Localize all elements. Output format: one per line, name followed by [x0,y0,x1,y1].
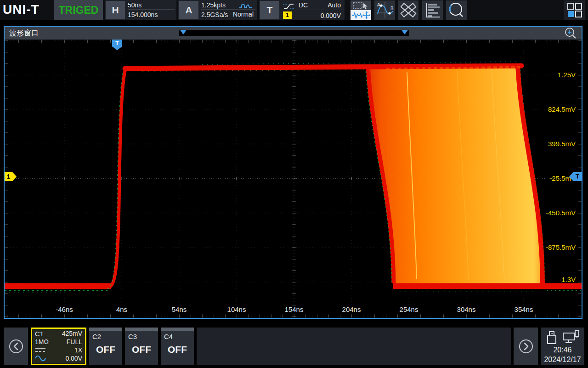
time-tick-label: 254ns [400,305,418,313]
measure-button[interactable] [398,0,418,20]
channel3-state: OFF [125,344,158,355]
trigger-label: T [260,1,279,19]
trigger-source-badge: 1 [283,12,292,19]
time-tick-label: 54ns [172,305,187,313]
trigger-position-marker[interactable]: T [112,40,122,50]
trigger-level-marker[interactable]: T [569,172,582,181]
waveform-window-header: 波形窗口 [5,27,582,40]
zoom-in-button[interactable] [564,27,578,39]
trigger-status-badge: TRIGED [54,0,103,20]
channel1-name: C1 [35,330,44,338]
svg-text:A: A [377,2,380,7]
svg-text:B: B [390,6,394,11]
voltage-tick-label: 824.5mV [548,105,576,113]
time-tick-label: 4ns [116,305,127,313]
channel4-card[interactable]: C4 OFF [161,328,194,365]
channel1-marker-tip [12,172,17,181]
voltage-tick-label: -875.5mV [546,243,576,251]
search-button[interactable] [446,0,467,20]
window-title: 波形窗口 [9,29,39,38]
channel1-bandwidth: FULL [67,338,82,345]
trigger-settings-button[interactable]: T DC Auto 1 0.000V [259,0,345,20]
acquire-mode-value: Normal [233,11,254,18]
brand-logo: UNI-T [3,2,40,17]
waveform-drag-mode-button[interactable] [351,0,371,20]
time-tick-label: 154ns [285,305,304,313]
channel1-trace [5,62,582,292]
chevron-left-icon [8,339,24,354]
channels-scroll-left-button[interactable] [4,328,28,365]
time-tick-label: 304ns [457,305,476,313]
acquire-waveform-icon [239,2,253,10]
statistics-button[interactable] [422,0,443,20]
channel3-name: C3 [128,333,137,340]
waveform-display[interactable] [5,40,582,318]
sine-icon [35,355,46,362]
channel1-impedance: 1MΩ [35,338,49,345]
acquire-settings-button[interactable]: A 1.25kpts 2.5GSa/s Normal [178,0,257,20]
bottom-bar: C1 425mV 1MΩ FULL 1X 0.00V [0,322,588,368]
zoom-in-icon [564,27,578,39]
channel1-probe: 1X [74,346,82,354]
top-toolbar: UNI-T TRIGED H 50ns 154.000ns A 1.25kpts… [0,0,588,20]
acquire-label: A [179,1,198,19]
voltage-tick-label: 1.25V [558,71,576,79]
channel1-scale: 425mV [62,330,82,337]
channel1-card[interactable]: C1 425mV 1MΩ FULL 1X 0.00V [31,328,86,365]
timebase-value: 50ns [128,0,175,10]
horizontal-label: H [106,1,125,19]
voltage-tick-label: -450.5mV [546,209,576,217]
waveform-window: 波形窗口 [4,26,582,319]
trigger-sweep-value: Auto [328,0,341,10]
time-tick-label: 354ns [514,305,533,313]
channel4-strip [161,328,194,331]
channel4-name: C4 [164,333,173,340]
channel2-name: C2 [92,333,101,340]
usb-device-icon [546,330,557,345]
cursor-ab-icon: A B [376,1,394,19]
waveform-plot[interactable]: -46ns 4ns 54ns 104ns 154ns 204ns 254ns 3… [5,40,582,318]
channel3-strip [125,328,158,331]
clock-time: 20:46 [541,346,584,354]
window-layout-icon [567,2,582,18]
window-layout-button[interactable] [564,0,585,20]
time-tick-label: -46ns [56,305,73,313]
channels-scroll-right-button[interactable] [514,328,538,365]
scrollbar-right-handle-icon[interactable] [401,30,408,34]
channel2-card[interactable]: C2 OFF [89,328,122,365]
chevron-right-icon [518,339,534,354]
channel1-offset: 0.00V [65,355,82,362]
trigger-position-marker-tip [112,46,122,50]
memory-position-scrollbar[interactable] [179,30,409,36]
trigger-coupling-value: DC [299,0,308,10]
horizontal-settings-button[interactable]: H 50ns 154.000ns [105,0,176,20]
trigger-level-marker-tip [569,172,573,181]
selection-mode-icon[interactable] [351,0,371,10]
voltage-tick-label: 399.5mV [548,140,576,148]
trigger-level-value: 0.000V [321,11,341,20]
horizontal-offset-value: 154.000ns [128,10,175,19]
dc-coupling-icon [35,347,46,353]
oscilloscope-screen: UNI-T TRIGED H 50ns 154.000ns A 1.25kpts… [0,0,588,368]
channel2-strip [89,328,122,331]
channel1-zero-marker[interactable]: 1 [5,172,17,181]
time-tick-label: 104ns [227,305,246,313]
bottom-bar-spacer [197,328,511,365]
voltage-tick-label: -1.3V [559,276,576,283]
statistics-icon [424,2,441,18]
search-circle-icon [447,1,466,19]
channel2-state: OFF [89,344,122,355]
cursor-measure-button[interactable]: A B [374,0,395,20]
channel3-card[interactable]: C3 OFF [125,328,158,365]
system-status-panel[interactable]: 20:46 2024/12/17 [541,328,584,365]
waveform-drag-icon[interactable] [351,10,371,20]
scrollbar-left-handle-icon[interactable] [180,30,187,34]
channel4-state: OFF [161,344,194,355]
trigger-row-divider [282,10,343,10]
measure-rulers-icon [399,1,418,19]
clock-date: 2024/12/17 [541,356,584,364]
time-tick-label: 204ns [342,305,361,313]
remote-monitor-icon [563,330,579,344]
